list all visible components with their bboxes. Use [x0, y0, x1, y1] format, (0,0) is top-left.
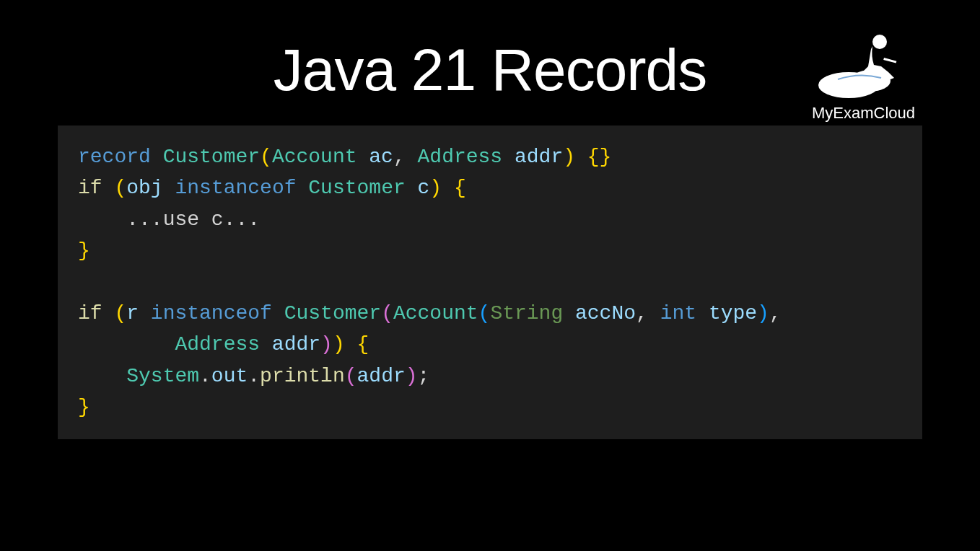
code-line-7: System.out.println(addr);	[78, 365, 429, 387]
myexamcloud-icon	[816, 29, 910, 101]
code-line-5: if (r instanceof Customer(Account(String…	[78, 302, 782, 325]
page-title: Java 21 Records	[274, 36, 706, 104]
code-line-8: }	[78, 396, 90, 418]
svg-rect-3	[884, 58, 897, 63]
code-line-4: }	[78, 239, 90, 262]
code-line-2: if (obj instanceof Customer c) {	[78, 177, 466, 199]
brand-name: MyExamCloud	[812, 104, 915, 123]
svg-point-2	[872, 35, 887, 49]
code-line-3: ...use c...	[78, 208, 260, 231]
code-block: record Customer(Account ac, Address addr…	[58, 125, 922, 439]
code-line-1: record Customer(Account ac, Address addr…	[78, 146, 611, 168]
brand-logo: MyExamCloud	[812, 29, 915, 123]
code-line-6: Address addr)) {	[78, 333, 369, 356]
header: Java 21 Records MyExamCloud	[0, 0, 980, 104]
